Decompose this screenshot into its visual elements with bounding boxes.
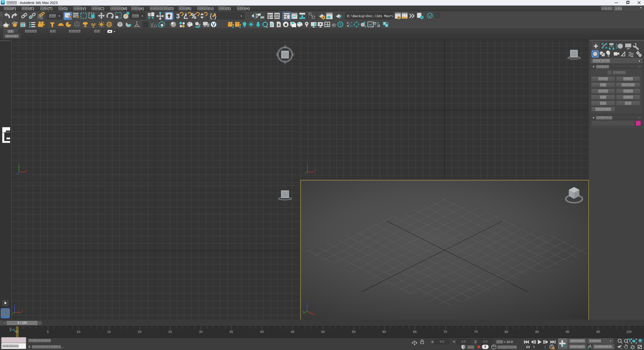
- svg-text:z: z: [17, 172, 18, 174]
- svg-text:z: z: [306, 301, 308, 304]
- svg-text:z: z: [307, 163, 308, 166]
- svg-text:C: C: [386, 24, 387, 27]
- svg-text:y: y: [303, 310, 304, 313]
- svg-text:x: x: [26, 169, 27, 172]
- svg-text:{: {: [209, 13, 213, 20]
- svg-text:?: ?: [339, 22, 341, 27]
- svg-text:x: x: [314, 169, 316, 172]
- svg-text:x: x: [22, 309, 23, 312]
- svg-text:z: z: [14, 304, 15, 306]
- svg-text:3: 3: [2, 1, 4, 4]
- svg-text:y: y: [305, 172, 306, 174]
- svg-text:x: x: [314, 313, 315, 316]
- svg-text:3: 3: [176, 12, 180, 20]
- svg-text:y: y: [18, 163, 20, 166]
- svg-text:y: y: [12, 312, 13, 315]
